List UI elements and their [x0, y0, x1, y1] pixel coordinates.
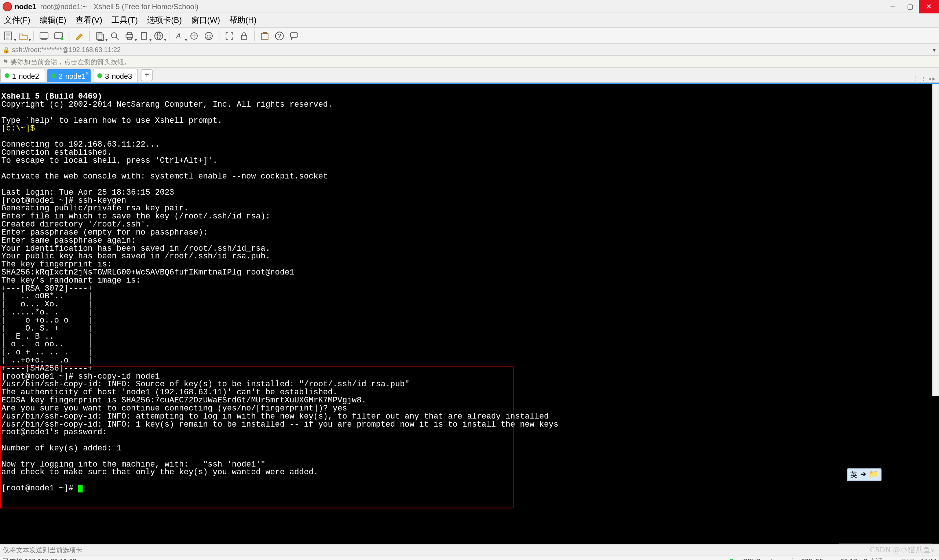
disconnect-icon[interactable]	[38, 30, 50, 42]
separator	[254, 31, 255, 41]
tab-close-icon[interactable]: ✕	[85, 71, 89, 77]
minimize-button[interactable]: ─	[884, 0, 902, 13]
svg-rect-20	[263, 32, 267, 33]
lock-icon: 🔒	[3, 46, 10, 53]
menu-view[interactable]: 查看(V)	[76, 15, 102, 26]
app-icon	[3, 2, 12, 11]
term-body2: [root@node1 ~]# ssh-copy-id node1 /usr/b…	[2, 372, 559, 477]
status-sessions: 3 会话 ⏶ ⊕	[864, 557, 894, 560]
color-scheme-icon[interactable]	[188, 30, 200, 42]
tab-arrange-icon[interactable]: ⋮ ⫶ ◂▸	[913, 75, 936, 82]
tab-label: node3	[112, 71, 133, 80]
session-tab-bar: 1 node2 2 node1 ✕ 3 node3 + ⋮ ⫶ ◂▸	[0, 68, 939, 83]
send-command-bar[interactable]: 仅将文本发送到当前选项卡	[0, 543, 939, 555]
separator	[69, 31, 69, 41]
svg-rect-11	[143, 32, 145, 33]
tab-node1[interactable]: 2 node1 ✕	[46, 69, 92, 82]
separator	[169, 31, 170, 41]
address-text: ssh://root:********@192.168.63.11:22	[12, 46, 121, 53]
font-icon[interactable]: A	[174, 30, 186, 42]
copy-icon[interactable]	[94, 30, 106, 42]
title-sub: root@node1:~ - Xshell 5 (Free for Home/S…	[40, 2, 199, 10]
svg-point-6	[111, 32, 117, 38]
status-dot-icon	[97, 73, 102, 78]
status-pos: 50,17	[840, 558, 857, 560]
lock-icon[interactable]	[238, 30, 250, 42]
tab-index: 1	[12, 71, 16, 80]
menu-window[interactable]: 窗口(W)	[191, 15, 220, 26]
maximize-button[interactable]: ▢	[902, 0, 919, 13]
status-connection: 已连接 192.168.63.11:22。	[3, 557, 83, 560]
fullscreen-icon[interactable]	[224, 30, 236, 42]
add-tab-button[interactable]: +	[141, 69, 153, 82]
chat-icon[interactable]	[288, 30, 300, 42]
svg-text:?: ?	[278, 32, 281, 39]
ime-lang: 英	[850, 470, 857, 480]
term-body1: Connecting to 192.168.63.11:22... Connec…	[2, 140, 328, 373]
svg-point-15	[205, 32, 212, 39]
term-local-prompt: [c:\~]$	[2, 124, 35, 133]
new-session-icon[interactable]	[3, 30, 15, 42]
send-bar-placeholder: 仅将文本发送到当前选项卡	[3, 545, 83, 554]
tab-node2[interactable]: 1 node2	[0, 69, 45, 82]
tip-bar: ⚑ 要添加当前会话，点击左侧的箭头按钮。	[0, 56, 939, 68]
scrollbar[interactable]	[933, 84, 939, 543]
web-icon[interactable]	[153, 30, 165, 42]
encoding-icon[interactable]	[203, 30, 215, 42]
svg-point-17	[210, 34, 211, 35]
menu-tools[interactable]: 工具(T)	[111, 15, 137, 26]
log-icon[interactable]	[259, 30, 271, 42]
status-dot-icon	[5, 73, 9, 78]
close-button[interactable]: ✕	[919, 0, 939, 13]
ime-tool-icon: 📁	[869, 470, 878, 480]
separator	[89, 31, 90, 41]
term-copyright: Copyright (c) 2002-2014 NetSarang Comput…	[2, 100, 333, 109]
svg-rect-8	[127, 32, 131, 34]
status-dot-icon	[51, 73, 56, 78]
tab-index: 3	[105, 71, 109, 80]
separator: ╷	[830, 558, 834, 560]
ime-arrow-icon: ➜	[860, 470, 866, 480]
tip-text: 要添加当前会话，点击左侧的箭头按钮。	[11, 57, 131, 66]
tab-label: node2	[19, 71, 39, 80]
scrollbar-thumb[interactable]	[933, 84, 939, 396]
status-term: xterm	[767, 558, 784, 560]
help-icon[interactable]: ?	[273, 30, 285, 42]
address-bar[interactable]: 🔒 ssh://root:********@192.168.63.11:22 ▾	[0, 44, 939, 56]
menu-file[interactable]: 文件(F)	[4, 15, 30, 26]
find-icon[interactable]	[109, 30, 121, 42]
svg-text:A: A	[176, 32, 181, 40]
bookmark-icon[interactable]: ⚑	[3, 58, 8, 65]
menu-edit[interactable]: 编辑(E)	[40, 15, 66, 26]
title-host: node1	[15, 2, 36, 10]
separator	[219, 31, 219, 41]
svg-point-3	[60, 37, 63, 40]
svg-point-16	[207, 34, 208, 35]
svg-rect-1	[40, 32, 48, 38]
address-dropdown-icon[interactable]: ▾	[933, 46, 936, 53]
status-ssh: SSH2	[743, 558, 760, 560]
svg-rect-23	[290, 32, 298, 37]
toolbar: A ?	[0, 28, 939, 44]
ime-indicator[interactable]: 英 ➜ 📁	[847, 468, 882, 481]
tab-index: 2	[58, 71, 62, 80]
print-icon[interactable]	[123, 30, 135, 42]
svg-rect-18	[241, 35, 247, 39]
open-icon[interactable]	[17, 30, 29, 42]
menu-bar: 文件(F) 编辑(E) 查看(V) 工具(T) 选项卡(B) 窗口(W) 帮助(…	[0, 13, 939, 28]
status-num: NUM	[921, 558, 936, 560]
tab-label: node1	[65, 71, 86, 80]
separator: ┊	[791, 558, 794, 560]
status-size: 229x56	[801, 558, 823, 560]
status-bar: 已连接 192.168.63.11:22。 SSH2 xterm ┊ 229x5…	[0, 555, 939, 560]
status-indicator-icon	[729, 558, 735, 560]
reconnect-icon[interactable]	[53, 30, 65, 42]
properties-icon[interactable]	[73, 30, 85, 42]
svg-rect-10	[141, 32, 147, 39]
term-prompt: [root@node1 ~]#	[2, 484, 78, 493]
clipboard-icon[interactable]	[138, 30, 150, 42]
menu-tabs[interactable]: 选项卡(B)	[147, 15, 182, 26]
terminal[interactable]: Xshell 5 (Build 0469) Copyright (c) 2002…	[0, 84, 939, 543]
tab-node3[interactable]: 3 node3	[93, 69, 138, 82]
menu-help[interactable]: 帮助(H)	[229, 15, 256, 26]
